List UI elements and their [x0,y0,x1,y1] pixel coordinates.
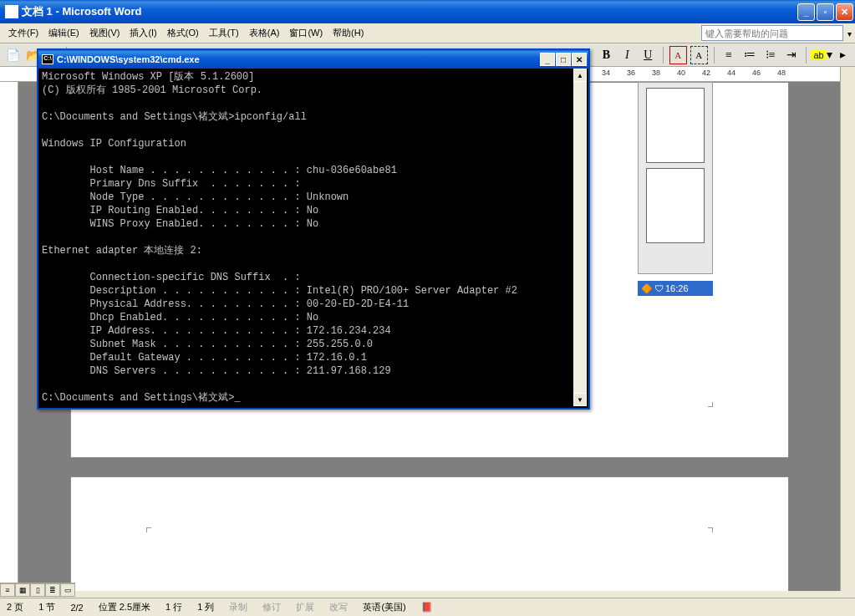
menu-format[interactable]: 格式(O) [162,25,204,41]
tray-icon: 🛡 [654,283,664,293]
taskbar-tray-fragment: 🔶 🛡 16:26 [638,281,713,296]
view-outline-button[interactable]: ≣ [45,583,60,597]
crop-mark [708,402,713,407]
separator [663,47,664,64]
maximize-button[interactable]: ▫ [817,3,834,21]
word-icon [5,5,18,18]
cmd-close-button[interactable]: ✕ [572,53,587,66]
ruler-mark: 46 [752,69,761,77]
menu-view[interactable]: 视图(V) [84,25,125,41]
ruler-vertical[interactable] [0,82,18,591]
view-normal-button[interactable]: ≡ [0,583,15,597]
status-book-icon[interactable]: 📕 [421,602,433,613]
status-bar: 2 页 1 节 2/2 位置 2.5厘米 1 行 1 列 录制 修订 扩展 改写… [0,598,855,616]
view-reading-button[interactable]: ▭ [60,583,75,597]
italic-button[interactable]: I [618,46,636,64]
char-border-button[interactable]: A [669,46,687,64]
status-ovr: 改写 [329,601,348,613]
bullets-icon[interactable]: ⁝≡ [761,46,779,64]
scroll-down-button[interactable]: ▼ [573,393,587,406]
help-search-input[interactable] [701,25,843,41]
cmd-maximize-button[interactable]: □ [556,53,571,66]
view-print-button[interactable]: ▯ [30,583,45,597]
status-rev: 修订 [262,601,281,613]
menu-edit[interactable]: 编辑(E) [43,25,84,41]
align-left-icon[interactable]: ≡ [720,46,738,64]
tray-icon: 🔶 [641,283,653,294]
status-col: 1 列 [197,601,214,613]
status-page: 2 页 [7,601,23,613]
close-button[interactable]: ✕ [836,3,853,21]
status-rec: 录制 [229,601,247,613]
ruler-mark: 34 [602,69,610,77]
word-title: 文档 1 - Microsoft Word [22,4,797,19]
cmd-window[interactable]: C:\ C:\WINDOWS\system32\cmd.exe _ □ ✕ Mi… [37,48,590,410]
cmd-titlebar[interactable]: C:\ C:\WINDOWS\system32\cmd.exe _ □ ✕ [38,50,588,69]
crop-mark [708,527,713,532]
status-ext: 扩展 [296,601,314,613]
word-menubar: 文件(F) 编辑(E) 视图(V) 插入(I) 格式(O) 工具(T) 表格(A… [0,23,855,43]
view-web-button[interactable]: ▦ [15,583,30,597]
ruler-mark: 42 [702,69,710,77]
help-dropdown-icon[interactable]: ▾ [847,29,852,38]
separator [806,47,807,64]
separator [714,47,715,64]
view-buttons: ≡ ▦ ▯ ≣ ▭ [0,583,75,598]
bold-button[interactable]: B [598,46,615,64]
ruler-mark: 40 [677,69,685,77]
thumbnail-page-2[interactable] [646,168,705,243]
cmd-icon: C:\ [42,54,53,64]
char-shading-button[interactable]: A [690,46,708,64]
status-position: 位置 2.5厘米 [99,601,150,613]
crop-mark [146,527,151,532]
menu-table[interactable]: 表格(A) [244,25,285,41]
menu-file[interactable]: 文件(F) [3,25,43,41]
ruler-mark: 48 [777,69,786,77]
ruler-mark: 44 [727,69,735,77]
cmd-scrollbar[interactable]: ▲ ▼ [573,69,587,406]
thumbnail-pane[interactable] [638,82,713,274]
word-titlebar: 文档 1 - Microsoft Word _ ▫ ✕ [0,0,855,23]
help-search-wrap: ▾ [701,25,852,41]
underline-button[interactable]: U [639,46,657,64]
thumbnail-page-1[interactable] [646,88,705,163]
ruler-mark: 36 [627,69,635,77]
status-line: 1 行 [165,601,182,613]
more-tools-icon[interactable]: ▸ [834,46,852,64]
menu-tools[interactable]: 工具(T) [204,25,244,41]
scroll-up-button[interactable]: ▲ [573,69,587,82]
status-lang: 英语(美国) [363,601,405,613]
indent-icon[interactable]: ⇥ [782,46,800,64]
scrollbar-vertical[interactable] [840,67,855,591]
menu-help[interactable]: 帮助(H) [328,25,369,41]
menu-insert[interactable]: 插入(I) [125,25,161,41]
cmd-output[interactable]: Microsoft Windows XP [版本 5.1.2600] (C) 版… [40,69,573,406]
status-section: 1 节 [38,601,55,613]
scroll-track[interactable] [573,82,587,393]
numbering-icon[interactable]: ≔ [740,46,758,64]
page-2[interactable] [70,476,789,591]
cmd-title: C:\WINDOWS\system32\cmd.exe [57,54,200,64]
highlight-button[interactable]: ab▾ [812,46,831,64]
menu-window[interactable]: 窗口(W) [284,25,328,41]
minimize-button[interactable]: _ [797,3,815,21]
word-toolbar-format: B I U A A ≡ ≔ ⁝≡ ⇥ ab▾ ▸ [594,43,855,67]
status-pages: 2/2 [70,603,83,613]
cmd-window-buttons: _ □ ✕ [540,53,587,66]
word-window-buttons: _ ▫ ✕ [797,3,853,21]
new-doc-icon[interactable]: 📄 [3,46,22,64]
ruler-mark: 38 [652,69,660,77]
tray-time: 16:26 [665,283,689,293]
cmd-minimize-button[interactable]: _ [540,53,555,66]
